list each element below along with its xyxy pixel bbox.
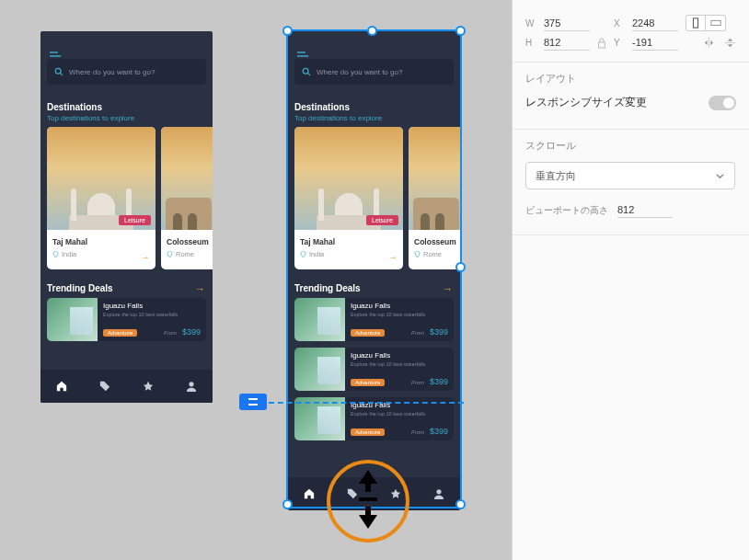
deal-image <box>294 298 345 341</box>
deal-title: Iguazu Falls <box>351 302 448 310</box>
scroll-direction-value: 垂直方向 <box>536 169 576 183</box>
tag-icon <box>99 381 110 392</box>
svg-rect-5 <box>710 20 720 25</box>
card-taj-mahal: Leisure Taj Mahal India → <box>47 127 156 269</box>
deal-item: Iguazu Falls Explore the top 10 best wat… <box>294 397 454 440</box>
card-title: Taj Mahal <box>52 237 87 246</box>
star-icon <box>143 381 154 392</box>
search-icon <box>302 67 311 76</box>
selection-handle[interactable] <box>455 499 466 509</box>
deal-item: Iguazu Falls Explore the top 10 best wat… <box>47 298 206 341</box>
responsive-resize-toggle[interactable] <box>709 96 736 110</box>
destinations-title: Destinations <box>47 102 102 112</box>
bottom-nav <box>40 370 213 403</box>
destination-cards: Leisure Taj Mahal India → Colosseum Rome <box>294 127 460 269</box>
svg-point-0 <box>55 68 61 74</box>
location-pin-icon <box>52 251 59 257</box>
card-location: Rome <box>423 250 442 258</box>
deal-item: Iguazu Falls Explore the top 10 best wat… <box>294 298 454 341</box>
svg-point-1 <box>189 382 193 386</box>
viewport-height-input[interactable] <box>617 202 673 218</box>
deals-list: Iguazu Falls Explore the top 10 best wat… <box>294 298 454 447</box>
layout-section-label: レイアウト <box>513 63 749 91</box>
width-input[interactable] <box>544 16 590 31</box>
adventure-badge: Adventure <box>351 429 385 436</box>
scroll-direction-select[interactable]: 垂直方向 <box>525 162 735 189</box>
y-input[interactable] <box>632 35 678 51</box>
height-label: H <box>525 38 538 48</box>
artboard-mobile-preview-2[interactable]: Where do you want to go? Destinations To… <box>288 31 460 510</box>
scroll-section-label: スクロール <box>513 130 749 158</box>
design-canvas[interactable]: Where do you want to go? Destinations To… <box>0 0 512 560</box>
deal-price: $399 <box>430 377 448 386</box>
arrow-right-icon: → <box>443 283 453 294</box>
deal-subtitle: Explore the top 10 best waterfalls <box>103 312 201 317</box>
arrow-right-icon: → <box>141 252 150 262</box>
y-label: Y <box>614 38 627 48</box>
deal-title: Iguazu Falls <box>103 302 201 310</box>
responsive-resize-label: レスポンシブサイズ変更 <box>525 95 647 110</box>
selection-handle[interactable] <box>282 26 293 36</box>
portrait-button[interactable] <box>686 15 706 31</box>
selection-handle[interactable] <box>455 26 466 36</box>
search-placeholder: Where do you want to go? <box>317 68 402 76</box>
user-icon <box>186 381 197 392</box>
card-title: Colosseum <box>167 237 213 246</box>
deal-price: $399 <box>430 427 448 436</box>
from-label: From <box>411 380 424 385</box>
deal-title: Iguazu Falls <box>351 351 448 360</box>
destination-cards: Leisure Taj Mahal India → Colosseum Rome <box>47 127 213 269</box>
vertical-resize-icon <box>354 467 382 531</box>
deal-subtitle: Explore the top 10 best waterfalls <box>351 312 448 317</box>
flip-vertical-icon[interactable] <box>724 37 736 49</box>
destinations-subtitle: Top destinations to explore <box>47 114 134 122</box>
deal-item: Iguazu Falls Explore the top 10 best wat… <box>294 348 454 391</box>
deal-image <box>294 348 345 391</box>
leisure-badge: Leisure <box>366 215 398 225</box>
viewport-height-label: ビューポートの高さ <box>525 204 608 217</box>
adventure-badge: Adventure <box>351 379 385 386</box>
deal-subtitle: Explore the top 10 best waterfalls <box>351 411 448 417</box>
svg-rect-6 <box>599 42 605 48</box>
star-icon <box>390 488 401 499</box>
deal-image <box>47 298 98 341</box>
flip-horizontal-icon[interactable] <box>703 37 715 49</box>
deal-price: $399 <box>182 327 201 337</box>
svg-point-2 <box>303 68 308 74</box>
artboard-mobile-preview-1[interactable]: Where do you want to go? Destinations To… <box>40 31 213 403</box>
arrow-right-icon: → <box>195 283 205 294</box>
card-colosseum: Colosseum Rome <box>161 127 213 269</box>
x-label: X <box>614 18 627 29</box>
x-input[interactable] <box>632 16 678 31</box>
location-pin-icon <box>414 251 421 257</box>
destinations-title: Destinations <box>294 102 350 112</box>
search-input: Where do you want to go? <box>294 59 454 85</box>
adventure-badge: Adventure <box>103 329 137 337</box>
user-icon <box>433 488 444 499</box>
arrow-right-icon: → <box>388 252 398 262</box>
location-pin-icon <box>167 251 173 257</box>
properties-panel: W X H Y レイアウト レスポンシブサイズ変更 スクロール 垂直方向 ビュー… <box>512 0 749 560</box>
home-icon <box>304 488 315 499</box>
trending-title: Trending Deals <box>47 283 113 293</box>
deal-price: $399 <box>430 327 448 337</box>
svg-point-3 <box>436 489 441 494</box>
home-icon <box>56 381 67 392</box>
card-colosseum: Colosseum Rome <box>409 127 460 269</box>
lock-aspect-icon[interactable] <box>597 38 606 49</box>
location-pin-icon <box>300 251 306 257</box>
leisure-badge: Leisure <box>119 215 151 225</box>
deals-list: Iguazu Falls Explore the top 10 best wat… <box>47 298 206 348</box>
selection-handle[interactable] <box>367 26 377 36</box>
width-label: W <box>525 18 538 29</box>
search-icon <box>54 67 63 76</box>
destinations-subtitle: Top destinations to explore <box>294 114 382 122</box>
height-input[interactable] <box>544 35 590 51</box>
viewport-guide-line <box>269 402 464 404</box>
landscape-button[interactable] <box>706 15 726 31</box>
card-title: Taj Mahal <box>300 237 335 246</box>
selection-handle[interactable] <box>282 499 293 509</box>
selection-handle[interactable] <box>455 262 466 272</box>
viewport-marker[interactable] <box>239 394 267 410</box>
svg-rect-4 <box>693 18 697 28</box>
